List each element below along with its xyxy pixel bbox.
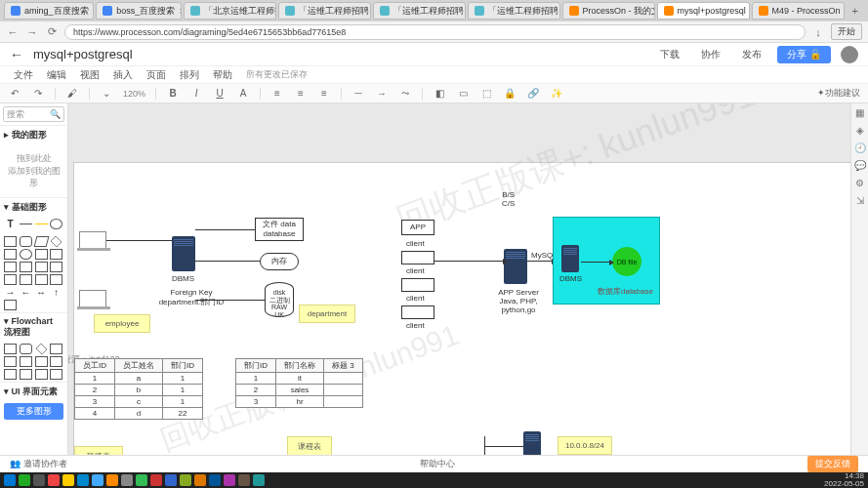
help-link[interactable]: 帮助中心: [420, 458, 455, 470]
italic-icon[interactable]: I: [189, 87, 203, 101]
doc-title[interactable]: mysql+postgresql: [33, 47, 133, 61]
basic-shapes-header[interactable]: ▾ 基础图形: [0, 197, 67, 217]
layers-icon[interactable]: ◈: [854, 125, 866, 137]
start-icon[interactable]: [4, 474, 16, 486]
disk-cylinder[interactable]: disk二进制RAWUK: [265, 282, 294, 317]
my-shapes-header[interactable]: ▸ 我的图形: [0, 125, 67, 144]
employee-table[interactable]: 员工ID员工姓名部门ID1a12b13c14d22: [74, 358, 203, 420]
browser-tab[interactable]: 「运维工程师招聘」×: [373, 2, 466, 20]
browser-tab[interactable]: boss_百度搜索×: [96, 2, 181, 20]
browser-start-button[interactable]: 开始: [831, 23, 862, 40]
stroke-icon[interactable]: ▭: [456, 87, 470, 101]
client-box-3[interactable]: [401, 278, 434, 292]
arrow-r-shape[interactable]: →: [4, 287, 17, 298]
line-shape[interactable]: [20, 224, 32, 234]
shape-3[interactable]: [50, 249, 62, 260]
task-icon-14[interactable]: [209, 474, 221, 486]
db-rect[interactable]: DBMS DB file 数据库database: [553, 217, 660, 305]
app-box[interactable]: APP: [401, 220, 434, 235]
client-box-2[interactable]: [401, 251, 434, 264]
paint-icon[interactable]: 🖌: [65, 87, 79, 101]
color-icon[interactable]: A: [236, 87, 250, 101]
feedback-button[interactable]: 提交反馈: [807, 456, 858, 472]
browser-tab[interactable]: ProcessOn - 我的文件×: [562, 2, 655, 20]
arrow-lr-shape[interactable]: ↔: [35, 287, 48, 298]
fc-shape-5[interactable]: [4, 356, 17, 367]
task-icon-6[interactable]: [92, 474, 103, 486]
menu-编辑[interactable]: 编辑: [47, 68, 66, 82]
taskbar-clock[interactable]: 14:382022-05-05: [824, 472, 864, 488]
rect-shape[interactable]: [4, 236, 17, 247]
download-button[interactable]: 下载: [654, 46, 685, 63]
task-icon-5[interactable]: [77, 474, 89, 486]
browser-tab[interactable]: M49 - ProcessOn×: [752, 2, 845, 20]
ui-header[interactable]: ▾ UI 界面元素: [0, 382, 67, 401]
arrow-icon[interactable]: →: [375, 87, 389, 101]
parallelogram-shape[interactable]: [33, 236, 49, 247]
fc-shape-6[interactable]: [20, 356, 32, 367]
memory-box[interactable]: 内存: [260, 253, 299, 270]
task-icon-17[interactable]: [253, 474, 265, 486]
task-icon-9[interactable]: [136, 474, 147, 486]
circle-shape[interactable]: [50, 219, 62, 229]
font-dropdown[interactable]: ⌄: [100, 87, 113, 101]
menu-帮助[interactable]: 帮助: [213, 68, 232, 82]
line-icon[interactable]: ─: [351, 87, 365, 101]
url-input[interactable]: https://www.processon.com/diagraming/5ed…: [64, 24, 806, 40]
history-icon[interactable]: 🕘: [854, 142, 866, 154]
fc-shape-11[interactable]: [35, 369, 48, 380]
browser-tab[interactable]: 「北京运维工程师招×: [184, 2, 276, 20]
arrow-u-shape[interactable]: ↑: [50, 287, 62, 298]
fc-shape-1[interactable]: [4, 344, 17, 354]
department-table[interactable]: 部门ID部门名称标题 31it2sales3hr: [235, 358, 363, 408]
nav-forward-icon[interactable]: →: [25, 25, 39, 39]
bold-icon[interactable]: B: [166, 87, 180, 101]
nav-back-icon[interactable]: ←: [6, 25, 20, 39]
browser-tab[interactable]: mysql+postgresql×: [657, 2, 750, 20]
align-right-icon[interactable]: ≡: [317, 87, 331, 101]
shape-9[interactable]: [20, 274, 32, 285]
fc-shape-2[interactable]: [20, 344, 32, 354]
shape-7[interactable]: [50, 262, 62, 272]
fc-shape-10[interactable]: [20, 369, 32, 380]
shape-2[interactable]: [35, 249, 48, 260]
menu-页面[interactable]: 页面: [146, 68, 166, 82]
align-left-icon[interactable]: ≡: [270, 87, 284, 101]
browser-tab[interactable]: 「运维工程师招聘」×: [468, 2, 560, 20]
shape-1[interactable]: [4, 249, 17, 260]
diamond-shape[interactable]: [51, 235, 62, 247]
connector-icon[interactable]: ⤳: [398, 87, 412, 101]
laptop-icon-2[interactable]: [79, 290, 106, 307]
menu-文件[interactable]: 文件: [14, 68, 33, 82]
fc-shape-9[interactable]: [4, 369, 17, 380]
filedb-box[interactable]: 文件 datadatabase: [255, 218, 304, 241]
ip-note[interactable]: 10.0.0.8/24: [558, 436, 612, 455]
shape-6[interactable]: [35, 262, 48, 272]
ellipse-shape[interactable]: [20, 249, 32, 260]
fc-shape-8[interactable]: [50, 356, 62, 367]
fc-shape-3[interactable]: [35, 343, 47, 354]
more-shapes-button[interactable]: 更多图形: [4, 403, 63, 420]
menu-排列[interactable]: 排列: [180, 68, 199, 82]
fc-shape-12[interactable]: [50, 369, 62, 380]
tab-close-icon[interactable]: ×: [93, 6, 95, 17]
download-icon[interactable]: ↓: [811, 25, 825, 39]
task-icon-11[interactable]: [165, 474, 177, 486]
shape-8[interactable]: [4, 274, 17, 285]
task-icon-3[interactable]: [48, 474, 60, 486]
menu-插入[interactable]: 插入: [113, 68, 133, 82]
tab-close-icon[interactable]: ×: [179, 6, 181, 17]
task-icon-10[interactable]: [150, 474, 162, 486]
shape-search-input[interactable]: 搜索🔍: [3, 106, 64, 122]
appserver-icon[interactable]: [504, 249, 527, 284]
task-icon-16[interactable]: [238, 474, 250, 486]
shape-10[interactable]: [35, 274, 48, 285]
task-icon-2[interactable]: [33, 474, 45, 486]
fc-shape-4[interactable]: [50, 344, 62, 354]
settings-icon[interactable]: ⚙: [854, 178, 866, 189]
layer-icon[interactable]: ⬚: [479, 87, 493, 101]
publish-button[interactable]: 发布: [736, 46, 767, 63]
fc-shape-7[interactable]: [35, 356, 48, 367]
highlight-shape[interactable]: [35, 224, 48, 234]
task-icon-4[interactable]: [62, 474, 74, 486]
